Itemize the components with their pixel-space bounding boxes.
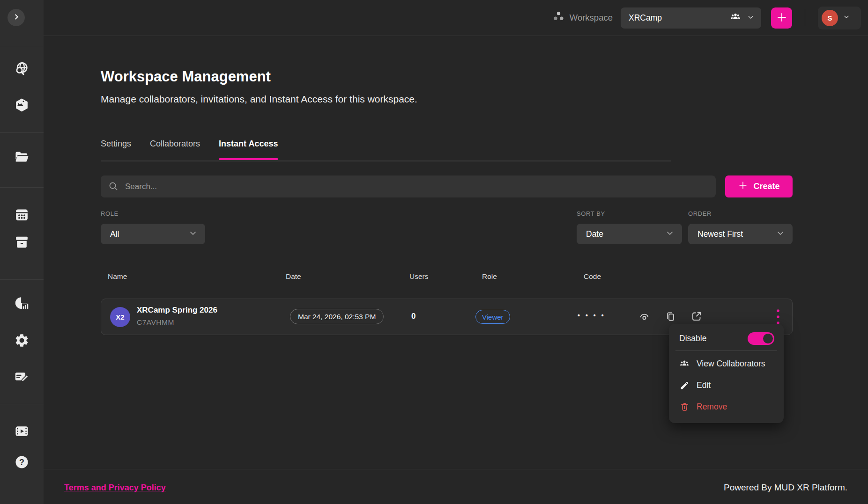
view-collaborators-label: View Collaborators [697, 359, 765, 369]
open-folder-icon [14, 149, 30, 167]
pencil-icon [679, 380, 690, 390]
chevron-down-icon [776, 228, 785, 240]
gear-icon [14, 333, 30, 350]
create-button-label: Create [753, 182, 779, 191]
sidebar-divider [0, 132, 44, 133]
order-value: Newest First [697, 229, 743, 239]
access-code-id: C7AVHMM [137, 318, 174, 327]
eye-reveal-icon [638, 310, 651, 324]
page-title: Workspace Management [101, 68, 271, 85]
sidebar-item-analytics[interactable] [14, 295, 30, 312]
footer-divider [44, 469, 868, 469]
video-play-icon [14, 424, 30, 441]
kebab-menu-icon [776, 309, 780, 326]
chevron-down-icon [188, 228, 198, 240]
sidebar-divider [0, 187, 44, 188]
tab-settings[interactable]: Settings [101, 139, 131, 160]
menu-divider [675, 351, 777, 351]
masked-code: •••• [578, 312, 609, 319]
calendar-grid-icon [14, 207, 30, 224]
column-header-name: Name [108, 272, 127, 281]
main-content: Workspace Management Manage collaborator… [101, 0, 793, 504]
page-subtitle: Manage collaborators, invitations, and I… [101, 94, 417, 105]
toggle-knob [763, 334, 773, 343]
copy-icon [665, 311, 676, 324]
access-name: XRCamp Spring 2026 [137, 306, 217, 315]
user-avatar: S [822, 10, 838, 26]
sort-by-dropdown[interactable]: Date [577, 224, 682, 244]
sidebar-item-tutorials[interactable] [14, 424, 30, 440]
open-link-button[interactable] [690, 311, 703, 323]
order-dropdown[interactable]: Newest First [688, 224, 793, 244]
sidebar-item-settings[interactable] [14, 333, 30, 350]
column-header-role: Role [482, 272, 497, 281]
sidebar-item-explore[interactable] [14, 61, 30, 78]
tabs: Settings Collaborators Instant Access [101, 139, 278, 160]
order-label: ORDER [688, 210, 712, 217]
external-link-icon [690, 310, 703, 324]
tab-instant-access[interactable]: Instant Access [219, 139, 278, 160]
sidebar-item-help[interactable]: ? [14, 454, 30, 471]
plus-icon [738, 180, 748, 193]
pie-chart-icon [14, 295, 30, 313]
role-filter-label: ROLE [101, 210, 119, 217]
svg-text:?: ? [19, 457, 24, 467]
copy-code-button[interactable] [664, 311, 677, 323]
role-filter-value: All [110, 229, 119, 239]
table-header: Name Date Users Role Code [101, 272, 793, 282]
sort-by-value: Date [586, 229, 603, 239]
tab-collaborators[interactable]: Collaborators [150, 139, 200, 160]
reveal-code-button[interactable] [638, 311, 651, 323]
sidebar-expand-button[interactable] [7, 9, 25, 26]
topbar-divider [805, 9, 805, 26]
card-edit-icon [14, 369, 30, 386]
sidebar-divider [0, 404, 44, 404]
globe-search-icon [14, 61, 30, 78]
search-input[interactable] [101, 175, 716, 197]
avatar: X2 [110, 307, 130, 327]
sort-by-label: SORT BY [577, 210, 605, 217]
create-access-button[interactable]: Create [725, 175, 793, 197]
powered-by-text: Powered By MUD XR Platform. [724, 482, 847, 493]
trash-icon [679, 402, 690, 412]
tabs-baseline [101, 161, 671, 161]
sidebar-item-archive[interactable] [14, 234, 30, 251]
search-icon [108, 181, 119, 191]
menu-item-disable: Disable [669, 329, 784, 351]
users-count: 0 [411, 312, 415, 321]
sidebar-item-projects[interactable] [14, 149, 30, 166]
row-actions-menu-button[interactable] [774, 309, 782, 326]
remove-label: Remove [697, 402, 727, 412]
sidebar-item-assets[interactable] [14, 97, 30, 114]
collaborators-group-icon [679, 358, 690, 369]
archive-box-icon [14, 234, 30, 252]
column-header-code: Code [584, 272, 601, 281]
edit-label: Edit [697, 380, 711, 390]
chevron-down-icon [665, 228, 675, 240]
terms-privacy-link[interactable]: Terms and Privacy Policy [64, 483, 166, 493]
help-question-icon: ? [14, 454, 30, 472]
search-bar [101, 175, 716, 197]
sidebar: ? [0, 0, 44, 504]
menu-item-view-collaborators[interactable]: View Collaborators [669, 353, 784, 374]
date-badge: Mar 24, 2026, 02:53 PM [290, 309, 384, 324]
cube-scene-icon [14, 97, 30, 115]
disable-toggle[interactable] [748, 332, 774, 345]
user-menu[interactable]: S [818, 7, 861, 29]
sidebar-item-sessions[interactable] [14, 207, 30, 224]
sidebar-item-license[interactable] [14, 369, 30, 386]
role-filter-dropdown[interactable]: All [101, 224, 205, 244]
chevron-right-icon [12, 13, 21, 23]
disable-label: Disable [679, 334, 706, 343]
sidebar-divider [0, 279, 44, 280]
role-badge: Viewer [475, 310, 510, 324]
column-header-date: Date [286, 272, 301, 281]
menu-item-edit[interactable]: Edit [669, 374, 784, 396]
sidebar-divider [0, 47, 44, 47]
column-header-users: Users [409, 272, 428, 281]
chevron-down-icon [843, 13, 850, 22]
menu-item-remove[interactable]: Remove [669, 396, 784, 417]
workspace-management-app: ? Workspace XRCamp [0, 0, 868, 504]
row-context-menu: Disable View Collaborators [669, 324, 784, 423]
